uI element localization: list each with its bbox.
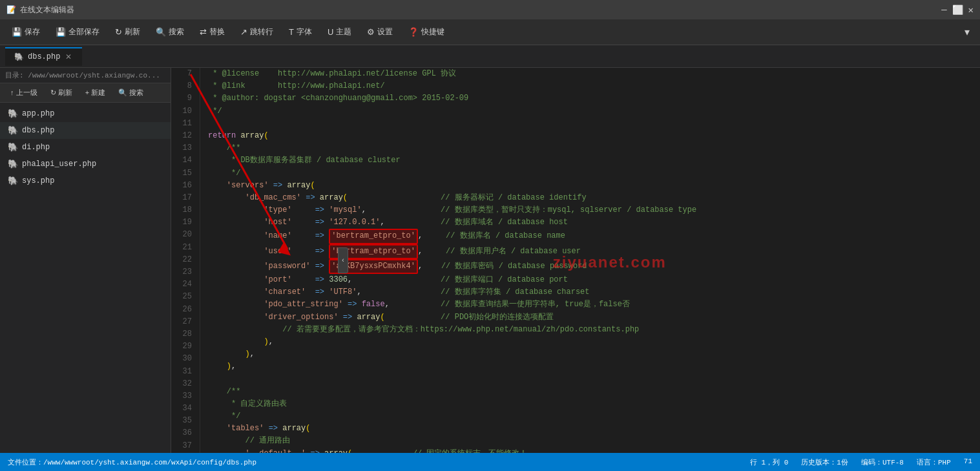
- code-content[interactable]: * @license http://www.phalapi.net/licens…: [200, 68, 980, 453]
- file-item-app-php[interactable]: 🐘 app.php: [0, 105, 171, 122]
- status-line-col: 行 1，列 0: [750, 457, 788, 467]
- settings-icon: ⚙: [367, 27, 375, 37]
- sidebar: 目录: /www/wwwroot/ysht.axiangw.co... ↑ 上一…: [0, 68, 171, 453]
- sidebar-toolbar: ↑ 上一级 ↻ 刷新 + 新建 🔍 搜索: [0, 83, 171, 103]
- file-name-sys-php: sys.php: [22, 176, 54, 185]
- file-item-phalapi-user-php[interactable]: 🐘 phalapi_user.php: [0, 156, 171, 173]
- replace-button[interactable]: ⇄ 替换: [193, 24, 231, 40]
- dbs-php-tab[interactable]: 🐘 dbs.php ✕: [5, 47, 82, 66]
- main-area: 目录: /www/wwwroot/ysht.axiangw.co... ↑ 上一…: [0, 68, 980, 453]
- shortcuts-button[interactable]: ❓ 快捷键: [402, 24, 451, 40]
- maximize-button[interactable]: ⬜: [952, 5, 963, 16]
- replace-icon: ⇄: [200, 27, 207, 37]
- tab-bar: 🐘 dbs.php ✕: [0, 45, 980, 68]
- title-bar: 📝 在线文本编辑器 — ⬜ ✕: [0, 0, 980, 19]
- status-right: 行 1，列 0 历史版本：1份 编码：UTF-8 语言：PHP 71: [750, 457, 972, 467]
- file-icon-phalapi-user-php: 🐘: [8, 159, 18, 169]
- save-all-button[interactable]: 💾 全部保存: [49, 24, 106, 40]
- save-all-icon: 💾: [56, 27, 66, 37]
- settings-button[interactable]: ⚙ 设置: [360, 24, 399, 40]
- app-icon: 📝: [6, 5, 16, 15]
- file-item-dbs-php[interactable]: 🐘 dbs.php: [0, 122, 171, 139]
- search-button[interactable]: 🔍 搜索: [149, 24, 191, 40]
- status-file-path: 文件位置：/www/wwwroot/ysht.axiangw.com/wxApi…: [8, 457, 256, 467]
- status-history: 历史版本：1份: [801, 457, 848, 467]
- tab-label: dbs.php: [28, 52, 60, 61]
- shortcuts-icon: ❓: [408, 27, 419, 37]
- collapse-sidebar-button[interactable]: ‹: [338, 247, 348, 273]
- file-name-di-php: di.php: [22, 143, 50, 152]
- search-icon: 🔍: [156, 27, 166, 37]
- file-icon-dbs-php: 🐘: [8, 125, 18, 136]
- file-list: 🐘 app.php 🐘 dbs.php 🐘 di.php 🐘 phalapi_u…: [0, 103, 171, 453]
- title-bar-controls[interactable]: — ⬜ ✕: [941, 5, 974, 16]
- line-numbers: 7 8 9 10 11 12 13 14 15 16 17 18 19 20 2…: [171, 68, 200, 453]
- file-name-app-php: app.php: [22, 109, 54, 118]
- font-icon: T: [289, 27, 294, 37]
- toolbar-right: ▾: [959, 23, 975, 41]
- toolbar-more-button[interactable]: ▾: [959, 23, 975, 41]
- toolbar: 💾 保存 💾 全部保存 ↻ 刷新 🔍 搜索 ⇄ 替换 ↗ 跳转行 T 字体 U …: [0, 19, 980, 45]
- status-encoding: 编码：UTF-8: [861, 457, 904, 467]
- save-button[interactable]: 💾 保存: [5, 24, 47, 40]
- sidebar-breadcrumb: 目录: /www/wwwroot/ysht.axiangw.co...: [0, 68, 171, 83]
- font-button[interactable]: T 字体: [282, 24, 318, 40]
- status-size: 71: [964, 457, 972, 467]
- file-item-sys-php[interactable]: 🐘 sys.php: [0, 173, 171, 189]
- up-dir-button[interactable]: ↑ 上一级: [5, 86, 43, 99]
- close-button[interactable]: ✕: [968, 5, 974, 16]
- status-bar: 文件位置：/www/wwwroot/ysht.axiangw.com/wxApi…: [0, 453, 980, 471]
- goto-icon: ↗: [240, 27, 247, 37]
- file-name-phalapi-user-php: phalapi_user.php: [22, 160, 96, 169]
- file-name-dbs-php: dbs.php: [22, 126, 54, 135]
- theme-button[interactable]: U 主题: [321, 24, 358, 40]
- file-icon-di-php: 🐘: [8, 142, 18, 152]
- status-language: 语言：PHP: [917, 457, 951, 467]
- save-icon: 💾: [12, 27, 22, 37]
- search-dir-button[interactable]: 🔍 搜索: [113, 86, 149, 99]
- tab-file-icon: 🐘: [14, 52, 24, 62]
- refresh-button[interactable]: ↻ 刷新: [109, 24, 147, 40]
- tab-close-button[interactable]: ✕: [64, 53, 73, 61]
- editor-area[interactable]: ‹ ziyuanet.com 7 8 9 10 11 12 13 14 15 1…: [171, 68, 980, 453]
- file-item-di-php[interactable]: 🐘 di.php: [0, 139, 171, 156]
- minimize-button[interactable]: —: [941, 5, 946, 16]
- refresh-dir-button[interactable]: ↻ 刷新: [45, 86, 78, 99]
- title-bar-left: 📝 在线文本编辑器: [6, 5, 74, 16]
- theme-icon: U: [328, 27, 333, 37]
- code-container[interactable]: 7 8 9 10 11 12 13 14 15 16 17 18 19 20 2…: [171, 68, 980, 453]
- goto-button[interactable]: ↗ 跳转行: [234, 24, 280, 40]
- file-icon-app-php: 🐘: [8, 109, 18, 119]
- app-title: 在线文本编辑器: [20, 5, 74, 16]
- new-file-button[interactable]: + 新建: [80, 86, 110, 99]
- file-icon-sys-php: 🐘: [8, 176, 18, 186]
- refresh-icon: ↻: [115, 27, 122, 37]
